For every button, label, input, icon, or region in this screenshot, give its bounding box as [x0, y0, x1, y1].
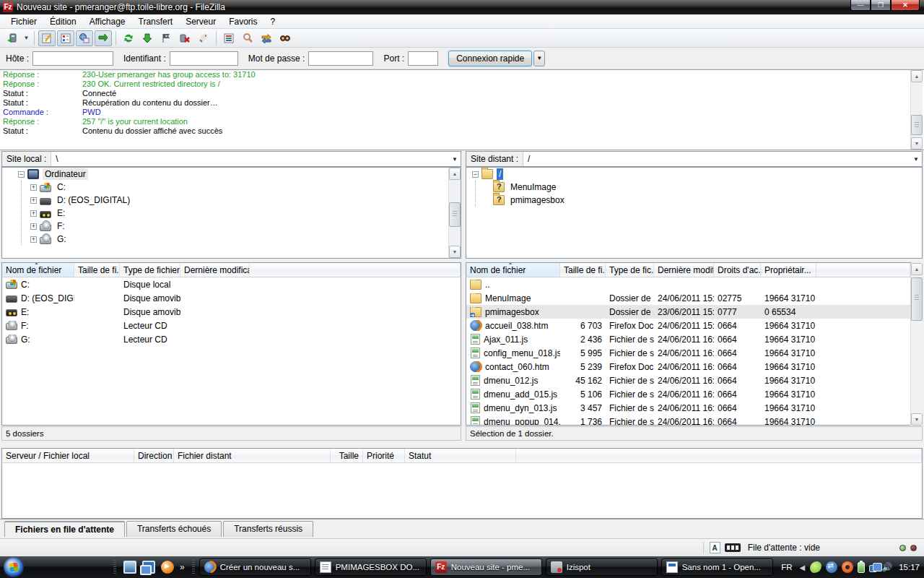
toggle-remote-tree-icon[interactable]	[76, 30, 93, 46]
port-input[interactable]	[408, 51, 438, 66]
file-row[interactable]: accueil_038.htm 6 703Firefox Doc...24/06…	[466, 319, 910, 332]
tree-item-root[interactable]: − /	[466, 168, 922, 181]
refresh-icon[interactable]	[120, 30, 137, 46]
column-header-modified[interactable]: Dernière modif...	[654, 263, 714, 277]
column-header-type[interactable]: Type de fic...	[606, 263, 654, 277]
column-header-name[interactable]: Nom de fichier	[2, 263, 74, 277]
quickconnect-button[interactable]: Connexion rapide	[448, 51, 532, 66]
host-input[interactable]	[32, 51, 113, 66]
file-row[interactable]: F: Lecteur CD	[2, 319, 461, 332]
file-row-selected[interactable]: pmimagesbox Dossier de ...23/06/2011 15:…	[466, 305, 910, 319]
toggle-message-log-icon[interactable]	[38, 30, 56, 46]
file-row[interactable]: C: Disque local	[2, 277, 461, 291]
menu-affichage[interactable]: Affichage	[83, 15, 132, 28]
username-input[interactable]	[170, 51, 238, 66]
file-row[interactable]: G: Lecteur CD	[2, 332, 461, 346]
directory-filters-icon[interactable]	[220, 30, 237, 46]
transfer-type-icon[interactable]: A	[710, 542, 720, 553]
file-row[interactable]: E: Disque amovible	[2, 305, 461, 319]
language-indicator[interactable]: FR	[781, 563, 792, 571]
menu-edition[interactable]: Édition	[43, 15, 83, 28]
scroll-down-icon[interactable]: ▼	[911, 413, 923, 426]
password-input[interactable]	[308, 51, 373, 66]
collapse-icon[interactable]: −	[472, 171, 479, 178]
log-scrollbar[interactable]: ▲ ▼	[910, 70, 923, 150]
volume-icon[interactable]: 🔊	[881, 561, 892, 573]
file-row-updir[interactable]: ..	[466, 277, 910, 291]
column-header-local-file[interactable]: Serveur / Fichier local	[2, 449, 134, 462]
expand-icon[interactable]: +	[30, 210, 37, 217]
tree-item-d[interactable]: + D: (EOS_DIGITAL)	[22, 194, 461, 207]
scroll-down-icon[interactable]: ▼	[449, 246, 461, 258]
menu-aide[interactable]: ?	[264, 15, 282, 28]
menu-transfert[interactable]: Transfert	[132, 15, 180, 28]
start-button[interactable]	[4, 557, 24, 577]
tree-item-pmimagesbox[interactable]: pmimagesbox	[476, 194, 922, 207]
remote-list-scrollbar[interactable]: ▲ ▼	[910, 263, 923, 426]
site-manager-icon[interactable]	[4, 30, 21, 46]
task-openoffice[interactable]: Sans nom 1 - Open...	[661, 558, 773, 576]
file-row[interactable]: dmenu_dyn_013.js 3 457Fichier de s...24/…	[466, 401, 910, 415]
quickconnect-dropdown[interactable]: ▼	[533, 51, 545, 66]
tree-item-menuimage[interactable]: MenuImage	[476, 181, 922, 194]
chevron-down-icon[interactable]: ▼	[910, 156, 922, 163]
speed-limit-icon[interactable]	[725, 543, 741, 552]
column-header-priority[interactable]: Priorité	[363, 449, 405, 462]
column-header-size[interactable]: Taille	[331, 449, 363, 462]
column-header-direction[interactable]: Direction	[134, 449, 174, 462]
file-row[interactable]: dmenu_popup_014.js 1 736Fichier de s...2…	[466, 415, 910, 426]
task-izispot[interactable]: Izispot	[546, 558, 658, 576]
local-tree-scrollbar[interactable]: ▲ ▼	[448, 168, 461, 258]
file-row[interactable]: Ajax_011.js 2 436Fichier de s...24/06/20…	[466, 332, 910, 346]
file-row[interactable]: dmenu_012.js 45 162Fichier de s...24/06/…	[466, 374, 910, 387]
tree-item-e[interactable]: + E:	[22, 207, 461, 220]
cancel-operation-icon[interactable]	[157, 30, 175, 46]
column-header-type[interactable]: Type de fichier	[120, 263, 180, 277]
scroll-up-icon[interactable]: ▲	[449, 168, 461, 180]
task-filezilla[interactable]: Fz Nouveau site - pme...	[430, 558, 542, 576]
column-header-modified[interactable]: Dernière modificat...	[180, 263, 250, 277]
expand-icon[interactable]: +	[30, 197, 37, 204]
expand-icon[interactable]: +	[30, 184, 37, 191]
minimize-button[interactable]: —	[850, 0, 871, 11]
scroll-up-icon[interactable]: ▲	[911, 263, 923, 275]
synchronized-browsing-icon[interactable]	[258, 30, 275, 46]
menu-favoris[interactable]: Favoris	[222, 15, 263, 28]
tab-queued-files[interactable]: Fichiers en file d'attente	[4, 521, 125, 537]
expand-icon[interactable]: +	[30, 223, 37, 230]
chevron-left-icon[interactable]: ◀	[800, 564, 806, 571]
file-row[interactable]: MenuImage Dossier de ...24/06/2011 15:..…	[466, 291, 910, 305]
chevron-right-icon[interactable]: »	[180, 562, 185, 572]
find-files-icon[interactable]	[276, 30, 294, 46]
column-header-size[interactable]: Taille de fi...	[560, 263, 606, 277]
local-path-combo[interactable]: Site local : \ ▼	[1, 151, 461, 167]
site-manager-dropdown[interactable]: ▼	[22, 30, 31, 46]
show-desktop-icon[interactable]	[123, 561, 136, 574]
expand-icon[interactable]: +	[30, 236, 37, 243]
tray-sync-icon[interactable]	[826, 561, 837, 573]
tray-leaf-icon[interactable]	[810, 561, 821, 573]
column-header-size[interactable]: Taille de fi...	[74, 263, 120, 277]
task-notepad[interactable]: PMIMAGESBOX DO...	[315, 558, 427, 576]
tray-ring-icon[interactable]	[842, 561, 853, 573]
column-header-status[interactable]: Statut	[405, 449, 516, 462]
collapse-icon[interactable]: −	[18, 171, 25, 178]
process-queue-icon[interactable]	[139, 30, 156, 46]
remote-path-combo[interactable]: Site distant : / ▼	[466, 151, 923, 167]
restore-button[interactable]: ❐	[871, 0, 891, 11]
tab-failed-transfers[interactable]: Transferts échoués	[126, 521, 222, 537]
network-icon[interactable]	[869, 565, 877, 572]
toggle-local-tree-icon[interactable]	[57, 30, 74, 46]
column-header-name[interactable]: Nom de fichier	[466, 263, 560, 277]
media-player-icon[interactable]	[161, 561, 174, 574]
close-button[interactable]: ✕	[891, 0, 920, 11]
scroll-down-icon[interactable]: ▼	[911, 137, 923, 150]
file-row[interactable]: dmenu_add_015.js 5 106Fichier de s...24/…	[466, 387, 910, 401]
menu-fichier[interactable]: Fichier	[4, 15, 43, 28]
toggle-transfer-queue-icon[interactable]	[95, 30, 112, 46]
menu-serveur[interactable]: Serveur	[179, 15, 222, 28]
file-row[interactable]: D: (EOS_DIGITAL) Disque amovible	[2, 291, 461, 305]
directory-comparison-icon[interactable]	[239, 30, 256, 46]
file-row[interactable]: config_menu_018.js 5 995Fichier de s...2…	[466, 346, 910, 360]
column-header-permissions[interactable]: Droits d'ac...	[714, 263, 761, 277]
